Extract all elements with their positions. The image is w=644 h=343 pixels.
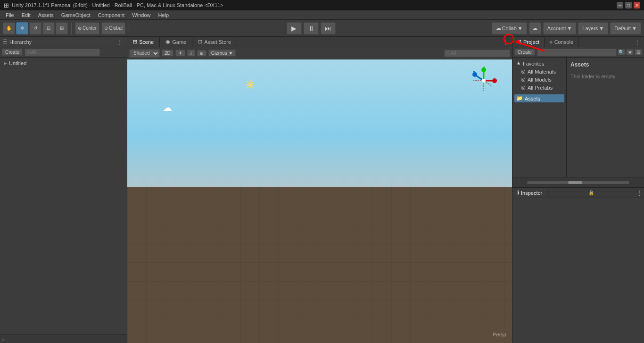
global-toggle-button[interactable]: ⊙ Global	[101, 22, 125, 34]
menu-help[interactable]: Help	[154, 11, 173, 19]
pivot-toggle-button[interactable]: ⊕ Center	[75, 22, 99, 34]
project-filter-btn[interactable]: ⊡	[635, 49, 642, 55]
project-tab-icon: ⊡	[517, 39, 521, 45]
scene-toolbar: Shaded 2D ☀ ♪ ⊞ Gizmos ▼	[127, 47, 512, 59]
menu-file[interactable]: File	[2, 11, 18, 19]
viewport-floor	[127, 187, 512, 343]
svg-text:Y: Y	[483, 67, 485, 69]
hierarchy-item-untitled[interactable]: ▶ Untitled	[2, 59, 125, 67]
project-panel-menu-button[interactable]: ⋮	[633, 39, 644, 45]
scene-tab-icon: ⊞	[133, 39, 137, 45]
2d-toggle-button[interactable]: 2D	[162, 50, 173, 57]
pivot-icon: ⊕	[78, 25, 82, 31]
project-favorites-group: ★ Favorites	[514, 59, 564, 67]
scene-panel-menu-button[interactable]: ⋮	[501, 39, 512, 45]
cloud-button[interactable]: ☁	[529, 22, 541, 34]
hierarchy-create-button[interactable]: Create	[2, 49, 23, 56]
inspector-panel: ℹ Inspector 🔒 ⋮	[512, 188, 644, 343]
project-scrollbar[interactable]	[527, 181, 629, 184]
unity-logo-icon: ⊞	[4, 2, 9, 9]
rotate-tool-button[interactable]: ↺	[29, 22, 41, 34]
tab-scene[interactable]: ⊞ Scene	[127, 37, 160, 47]
gizmos-button[interactable]: Gizmos ▼	[208, 50, 236, 57]
scene-item-label: Untitled	[9, 60, 26, 66]
project-all-materials[interactable]: ◎ All Materials	[514, 67, 564, 75]
shading-mode-dropdown[interactable]: Shaded	[129, 49, 160, 58]
hierarchy-content: ▶ Untitled	[0, 58, 127, 335]
transform-tools: ✋ ✥ ↺ ⊡ ⊞	[3, 22, 68, 34]
project-all-prefabs[interactable]: ◎ All Prefabs	[514, 84, 564, 92]
collab-icon: ☁	[496, 25, 501, 31]
inspector-panel-menu-button[interactable]: ⋮	[635, 190, 644, 196]
minimize-button[interactable]: ─	[617, 2, 623, 8]
hierarchy-toolbar: Create	[0, 47, 127, 58]
maximize-button[interactable]: □	[625, 2, 632, 8]
menu-gameobject[interactable]: GameObject	[58, 11, 94, 19]
title-bar-text: Unity 2017.1.1f1 Personal (64bit) - Unti…	[12, 2, 223, 8]
playmode-controls: ▶ ⏸ ⏭	[132, 22, 490, 34]
audio-toggle-button[interactable]: ♪	[187, 50, 195, 57]
hierarchy-menu-button[interactable]: ⋮	[115, 39, 124, 45]
project-bookmark-btn[interactable]: ★	[626, 49, 634, 55]
play-button[interactable]: ▶	[287, 22, 302, 34]
step-button[interactable]: ⏭	[321, 22, 336, 34]
tab-console[interactable]: ≡ Console	[545, 37, 578, 47]
favorites-icon: ★	[516, 60, 521, 67]
svg-point-12	[482, 79, 486, 83]
game-tab-icon: ◉	[165, 39, 170, 45]
project-empty-label: This folder is empty	[570, 74, 615, 79]
project-create-button[interactable]: Create	[514, 49, 535, 56]
collab-dropdown-icon: ▼	[518, 25, 523, 31]
project-toolbar: Create 🔍 ★ ⊡	[512, 47, 644, 58]
rect-tool-button[interactable]: ⊞	[56, 22, 68, 34]
scene-tab-strip: ⊞ Scene ◉ Game ⊡ Asset Store ⋮	[127, 37, 512, 47]
scale-tool-button[interactable]: ⊡	[42, 22, 55, 34]
scene-search-input[interactable]	[444, 50, 510, 57]
hierarchy-search-input[interactable]	[25, 49, 100, 56]
lighting-toggle-button[interactable]: ☀	[175, 50, 185, 57]
global-icon: ⊙	[104, 25, 108, 31]
svg-text:Z: Z	[473, 71, 475, 74]
hand-tool-button[interactable]: ✋	[3, 22, 15, 34]
right-panels: ⊡ Project ≡ Console ⋮ Create 🔍 ★ ⊡	[512, 37, 644, 343]
scene-viewport[interactable]: ✳ ☁ Y X Z	[127, 59, 512, 343]
tab-inspector[interactable]: ℹ Inspector	[512, 188, 547, 198]
project-scrollbar-thumb[interactable]	[568, 181, 582, 184]
hierarchy-header: ☰ Hierarchy ⋮	[0, 37, 127, 47]
menu-component[interactable]: Component	[94, 11, 128, 19]
collab-button[interactable]: ☁ Collab ▼	[492, 22, 527, 34]
inspector-lock-icon[interactable]: 🔒	[586, 190, 596, 195]
sun-icon: ✳	[243, 78, 257, 92]
move-tool-button[interactable]: ✥	[16, 22, 28, 34]
title-bar-left: ⊞ Unity 2017.1.1f1 Personal (64bit) - Un…	[4, 2, 223, 9]
tab-asset-store[interactable]: ⊡ Asset Store	[192, 37, 237, 47]
hierarchy-title: Hierarchy	[9, 39, 32, 45]
toolbar-right: ☁ Collab ▼ ☁ Account ▼ Layers ▼ Default …	[492, 22, 641, 34]
menu-edit[interactable]: Edit	[18, 11, 34, 19]
project-all-models[interactable]: ◎ All Models	[514, 75, 564, 84]
main-area: ☰ Hierarchy ⋮ Create ▶ Untitled ⊡ ⊞ Scen…	[0, 37, 644, 343]
project-right-panel: Assets This folder is empty	[567, 58, 644, 177]
project-search-icon-btn[interactable]: 🔍	[618, 49, 625, 55]
project-assets-header: Assets	[570, 61, 589, 68]
hierarchy-header-icon: ☰	[3, 39, 8, 45]
menu-window[interactable]: Window	[128, 11, 154, 19]
tab-game[interactable]: ◉ Game	[160, 37, 192, 47]
account-button[interactable]: Account ▼	[543, 22, 577, 34]
close-button[interactable]: ✕	[634, 2, 640, 8]
hierarchy-panel: ☰ Hierarchy ⋮ Create ▶ Untitled ⊡	[0, 37, 127, 343]
scene-gizmo[interactable]: Y X Z	[470, 67, 498, 95]
pause-button[interactable]: ⏸	[304, 22, 319, 34]
menu-assets[interactable]: Assets	[34, 11, 58, 19]
center-area: ⊞ Scene ◉ Game ⊡ Asset Store ⋮ Shaded 2D…	[127, 37, 512, 343]
project-search-input[interactable]	[537, 49, 617, 56]
tab-project[interactable]: ⊡ Project	[512, 37, 545, 47]
inspector-tab-strip: ℹ Inspector 🔒 ⋮	[512, 188, 644, 198]
console-tab-icon: ≡	[549, 39, 552, 45]
fx-toggle-button[interactable]: ⊞	[197, 50, 206, 57]
project-assets-folder[interactable]: 📁 Assets	[514, 94, 564, 102]
all-materials-icon: ◎	[521, 68, 526, 75]
menu-bar: File Edit Assets GameObject Component Wi…	[0, 10, 644, 20]
layout-button[interactable]: Default ▼	[610, 22, 641, 34]
layers-button[interactable]: Layers ▼	[578, 22, 608, 34]
